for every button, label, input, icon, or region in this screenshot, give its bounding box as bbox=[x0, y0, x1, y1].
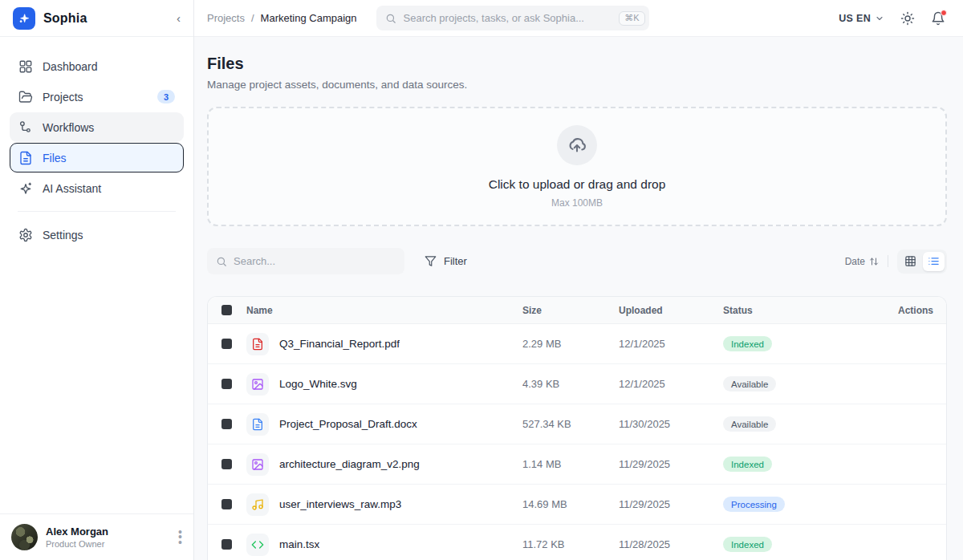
row-checkbox[interactable] bbox=[221, 499, 232, 509]
file-size: 11.72 KB bbox=[522, 538, 619, 550]
grid-view-button[interactable] bbox=[900, 252, 921, 271]
table-row[interactable]: Logo_White.svg 4.39 KB 12/1/2025 Availab… bbox=[208, 364, 946, 404]
file-uploaded-date: 11/29/2025 bbox=[619, 498, 723, 510]
sidebar-divider bbox=[18, 211, 176, 212]
sidebar-item-projects[interactable]: Projects 3 bbox=[10, 82, 184, 112]
file-uploaded-date: 12/1/2025 bbox=[619, 378, 723, 390]
row-checkbox[interactable] bbox=[221, 459, 232, 469]
status-badge: Indexed bbox=[723, 336, 772, 351]
filter-label: Filter bbox=[444, 255, 467, 267]
cloud-upload-icon bbox=[567, 135, 587, 156]
table-row[interactable]: main.tsx 11.72 KB 11/28/2025 Indexed bbox=[208, 525, 946, 560]
chevron-down-icon bbox=[875, 14, 884, 23]
file-name: architecture_diagram_v2.png bbox=[279, 458, 420, 470]
notifications-button[interactable] bbox=[931, 11, 945, 26]
list-view-icon bbox=[928, 255, 940, 267]
sidebar-item-ai-assistant[interactable]: AI Assistant bbox=[10, 173, 184, 203]
select-all-checkbox[interactable] bbox=[221, 305, 232, 315]
table-row[interactable]: Project_Proposal_Draft.docx 527.34 KB 11… bbox=[208, 404, 946, 444]
files-search-placeholder: Search... bbox=[234, 255, 275, 267]
sort-label: Date bbox=[845, 256, 865, 267]
file-size: 527.34 KB bbox=[522, 418, 619, 430]
sun-icon bbox=[900, 11, 915, 26]
sidebar-item-settings[interactable]: Settings bbox=[10, 220, 184, 250]
sidebar-item-label: Settings bbox=[43, 229, 83, 241]
dashboard-icon bbox=[18, 59, 33, 74]
toolbar-divider bbox=[888, 255, 888, 267]
file-image-icon bbox=[246, 373, 269, 396]
dropzone-subtitle: Max 100MB bbox=[551, 197, 603, 209]
sidebar-item-workflows[interactable]: Workflows bbox=[10, 112, 184, 142]
table-body: Q3_Financial_Report.pdf 2.29 MB 12/1/202… bbox=[208, 324, 946, 560]
search-icon bbox=[385, 13, 396, 24]
file-uploaded-date: 12/1/2025 bbox=[619, 338, 723, 350]
sidebar-item-dashboard[interactable]: Dashboard bbox=[10, 51, 184, 81]
status-badge: Processing bbox=[723, 497, 785, 512]
sidebar-nav: Dashboard Projects 3 Workflows Files AI … bbox=[0, 37, 193, 250]
user-menu-kebab-icon[interactable]: ••• bbox=[178, 530, 182, 545]
file-uploaded-date: 11/29/2025 bbox=[619, 458, 723, 470]
sidebar-item-label: Dashboard bbox=[43, 60, 98, 73]
global-search-input[interactable]: Search projects, tasks, or ask Sophia...… bbox=[376, 6, 649, 30]
file-icon bbox=[18, 151, 33, 165]
file-name: Q3_Financial_Report.pdf bbox=[279, 338, 400, 350]
dropzone-title: Click to upload or drag and drop bbox=[489, 177, 666, 192]
workflow-icon bbox=[18, 120, 33, 135]
file-name: main.tsx bbox=[279, 538, 319, 550]
filter-button[interactable]: Filter bbox=[425, 255, 467, 267]
files-search-input[interactable]: Search... bbox=[207, 248, 404, 274]
column-header-name: Name bbox=[246, 305, 273, 316]
file-uploaded-date: 11/28/2025 bbox=[619, 538, 723, 550]
files-table: Name Size Uploaded Status Actions Q3_Fin… bbox=[207, 296, 947, 560]
table-header-row: Name Size Uploaded Status Actions bbox=[208, 297, 946, 324]
theme-toggle-button[interactable] bbox=[900, 11, 915, 26]
user-role: Product Owner bbox=[46, 539, 108, 549]
sort-by-date-button[interactable]: Date bbox=[845, 256, 879, 267]
breadcrumb-separator: / bbox=[251, 12, 254, 24]
app-window: Sophia ‹ Dashboard Projects 3 Workflows … bbox=[0, 0, 963, 560]
projects-count-badge: 3 bbox=[157, 90, 175, 103]
file-image-icon bbox=[246, 453, 269, 476]
status-badge: Indexed bbox=[723, 457, 772, 472]
file-name: Logo_White.svg bbox=[279, 378, 357, 390]
sort-arrows-icon bbox=[869, 257, 879, 266]
upload-dropzone[interactable]: Click to upload or drag and drop Max 100… bbox=[207, 107, 947, 226]
page-subtitle: Manage project assets, documents, and da… bbox=[207, 79, 947, 91]
table-row[interactable]: Q3_Financial_Report.pdf 2.29 MB 12/1/202… bbox=[208, 324, 946, 364]
upload-icon-circle bbox=[557, 125, 597, 165]
sparkles-icon bbox=[18, 181, 33, 196]
global-search-placeholder: Search projects, tasks, or ask Sophia... bbox=[404, 12, 612, 24]
topbar: Projects / Marketing Campaign Search pro… bbox=[194, 0, 963, 37]
files-page: Files Manage project assets, documents, … bbox=[194, 37, 963, 560]
column-header-status: Status bbox=[723, 305, 843, 316]
breadcrumb-current: Marketing Campaign bbox=[261, 12, 357, 24]
list-view-button[interactable] bbox=[923, 252, 945, 271]
user-profile[interactable]: Alex Morgan Product Owner ••• bbox=[0, 513, 193, 560]
grid-view-icon bbox=[904, 255, 916, 267]
main-area: Projects / Marketing Campaign Search pro… bbox=[194, 0, 963, 560]
locale-selector[interactable]: US EN bbox=[839, 13, 884, 24]
row-checkbox[interactable] bbox=[221, 419, 232, 429]
notification-dot bbox=[941, 10, 947, 16]
brand-name: Sophia bbox=[43, 11, 87, 26]
table-row[interactable]: user_interviews_raw.mp3 14.69 MB 11/29/2… bbox=[208, 485, 946, 525]
table-row[interactable]: architecture_diagram_v2.png 1.14 MB 11/2… bbox=[208, 444, 946, 485]
page-title: Files bbox=[207, 55, 947, 73]
user-name: Alex Morgan bbox=[46, 526, 108, 538]
row-checkbox[interactable] bbox=[221, 539, 232, 550]
status-badge: Indexed bbox=[723, 537, 772, 552]
sidebar-item-files[interactable]: Files bbox=[10, 143, 184, 172]
breadcrumb-parent[interactable]: Projects bbox=[207, 12, 245, 24]
column-header-uploaded: Uploaded bbox=[619, 305, 723, 316]
file-audio-icon bbox=[246, 493, 269, 516]
sidebar-item-label: Projects bbox=[43, 91, 83, 103]
breadcrumb: Projects / Marketing Campaign bbox=[207, 12, 357, 24]
row-checkbox[interactable] bbox=[221, 379, 232, 389]
column-header-actions: Actions bbox=[843, 305, 946, 316]
folder-icon bbox=[18, 90, 33, 104]
gear-icon bbox=[18, 228, 33, 242]
file-doc-icon bbox=[246, 413, 269, 436]
file-code-icon bbox=[246, 534, 269, 556]
row-checkbox[interactable] bbox=[221, 339, 232, 349]
sidebar-collapse-button[interactable]: ‹ bbox=[177, 12, 181, 24]
